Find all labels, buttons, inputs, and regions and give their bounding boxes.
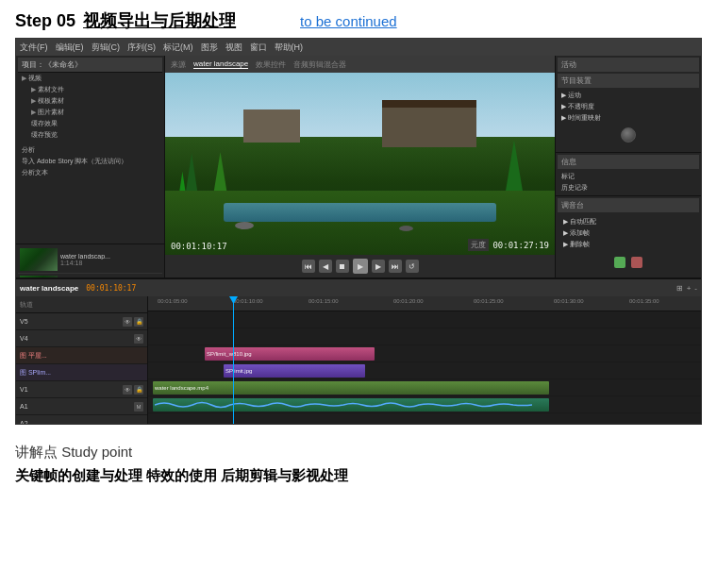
preview-tab-audio[interactable]: 音频剪辑混合器 bbox=[293, 59, 346, 70]
track-v3-content: SP/limit_w810.jpg bbox=[148, 345, 701, 362]
tree-item-cache-effect[interactable]: 缓存效果 bbox=[18, 118, 162, 129]
pr-menu-help[interactable]: 帮助(H) bbox=[275, 42, 304, 54]
ruler-mark-4: 00:01:20:00 bbox=[393, 298, 424, 304]
effect-item-2[interactable]: ▶ 不透明度 bbox=[558, 101, 699, 112]
pr-menubar: 文件(F) 编辑(E) 剪辑(C) 序列(S) 标记(M) 图形 视图 窗口 帮… bbox=[16, 39, 701, 56]
pr-menu-file[interactable]: 文件(F) bbox=[20, 42, 48, 54]
pr-preview-scene bbox=[165, 73, 555, 255]
track-row-v4: V4 👁 bbox=[16, 330, 147, 347]
pr-effects-section: 活动 节目装置 ▶ 运动 ▶ 不透明度 ▶ 时间重映射 bbox=[556, 56, 701, 153]
media-item-1[interactable]: water landscap... 1:14:18 bbox=[18, 246, 162, 274]
media-info-1: water landscap... 1:14:18 bbox=[60, 253, 160, 266]
track-a2-content bbox=[148, 413, 701, 424]
info-item-2: 历史记录 bbox=[558, 182, 699, 193]
play-stop-btn[interactable]: ⏹ bbox=[336, 260, 349, 273]
pr-timeline-area: water landscape 00:01:10:17 ⊞ + - 轨道 bbox=[16, 277, 701, 424]
track-eye-v1[interactable]: 👁 bbox=[123, 385, 132, 395]
tree-item-template[interactable]: ▶ 模板素材 bbox=[18, 95, 162, 107]
pr-playback-controls: ⏮ ◀ ⏹ ▶ ▶ ⏭ ↺ bbox=[165, 255, 555, 277]
track-name-a1: A1 bbox=[20, 403, 28, 410]
play-btn[interactable]: ▶ bbox=[353, 259, 368, 274]
preview-tab-main[interactable]: water landscape bbox=[193, 59, 248, 69]
track-eye-v4[interactable]: 👁 bbox=[134, 334, 143, 344]
triangle-icon: ▶ bbox=[22, 75, 26, 82]
effect-name-1: 运动 bbox=[568, 91, 581, 100]
tree-item-cache-preview[interactable]: 缓存预览 bbox=[18, 129, 162, 141]
pr-menu-window[interactable]: 窗口 bbox=[250, 42, 267, 54]
pr-menu-view[interactable]: 视图 bbox=[225, 42, 242, 54]
ruler-mark-5: 00:01:25:00 bbox=[474, 298, 504, 304]
pr-menu-graphic[interactable]: 图形 bbox=[201, 42, 218, 54]
timeline-tab[interactable]: water landscape bbox=[20, 284, 78, 293]
knob-control[interactable] bbox=[621, 127, 636, 143]
building-left bbox=[243, 109, 300, 143]
pr-left-panel: 项目：《未命名》 ▶ 视频 ▶ 素材文件 bbox=[16, 56, 165, 277]
step-fwd-btn[interactable]: ⏭ bbox=[389, 260, 402, 273]
effect-name-3: 时间重映射 bbox=[568, 113, 601, 123]
pr-track-labels: 轨道 V5 👁 🔒 V4 👁 bbox=[16, 296, 148, 424]
preview-tab-source[interactable]: 来源 bbox=[171, 59, 186, 70]
tree-item-video[interactable]: ▶ 视频 bbox=[18, 73, 162, 84]
tbc-link[interactable]: to be continued bbox=[300, 13, 397, 29]
export-item-1[interactable]: ▶ 自动匹配 bbox=[559, 216, 697, 227]
zoom-in-btn[interactable]: + bbox=[687, 284, 692, 293]
track-v2-content: SPlimit.jpg bbox=[148, 362, 701, 379]
pr-menu-edit[interactable]: 编辑(E) bbox=[56, 42, 84, 54]
pr-timeline-header: water landscape 00:01:10:17 ⊞ + - bbox=[16, 279, 701, 296]
loop-btn[interactable]: ↺ bbox=[406, 260, 419, 273]
track-name-v4: V4 bbox=[20, 335, 28, 342]
tree-label: 素材文件 bbox=[38, 85, 64, 94]
pr-effects-subheader: 节目装置 bbox=[558, 74, 699, 88]
tree-item-footage[interactable]: ▶ 素材文件 bbox=[18, 84, 162, 95]
media-duration-1: 1:14:18 bbox=[60, 260, 160, 266]
media-name-1: water landscap... bbox=[60, 253, 160, 260]
prev-frame-btn[interactable]: ◀ bbox=[319, 260, 332, 273]
clip-v2[interactable]: SPlimit.jpg bbox=[224, 364, 365, 378]
tree-item-split[interactable]: 分析文本 bbox=[18, 167, 162, 178]
pr-export-header: 调音台 bbox=[558, 198, 699, 212]
clip-a1[interactable] bbox=[153, 398, 549, 412]
track-row-v2: 图 SPlim... bbox=[16, 364, 147, 381]
building-bg bbox=[382, 100, 476, 147]
track-eye-v5[interactable]: 👁 bbox=[123, 317, 132, 327]
track-thumb-header: 轨道 bbox=[16, 296, 147, 313]
tree-item-misc1[interactable]: 分析 bbox=[18, 144, 162, 156]
preview-tab-effects[interactable]: 效果控件 bbox=[256, 59, 286, 70]
tree-r1 bbox=[505, 140, 524, 196]
step-label: Step 05 bbox=[15, 11, 75, 31]
fit-label: 元度 bbox=[468, 239, 489, 251]
clip-v3[interactable]: SP/limit_w810.jpg bbox=[205, 347, 375, 361]
effect-item-3[interactable]: ▶ 时间重映射 bbox=[558, 112, 699, 124]
effect-item-1[interactable]: ▶ 运动 bbox=[558, 90, 699, 101]
next-frame-btn[interactable]: ▶ bbox=[372, 260, 385, 273]
track-lock-v5[interactable]: 🔒 bbox=[134, 317, 143, 327]
track-v5-content bbox=[148, 311, 701, 328]
zoom-out-btn[interactable]: - bbox=[694, 284, 697, 293]
step-title: 视频导出与后期处理 bbox=[83, 9, 236, 32]
timeline-controls: ⊞ + - bbox=[676, 284, 697, 293]
export-icon-3: ▶ bbox=[563, 241, 568, 248]
tree-label: 图片素材 bbox=[38, 108, 64, 117]
export-item-2[interactable]: ▶ 添加帧 bbox=[559, 227, 697, 239]
pr-project-label: 项目：《未命名》 bbox=[22, 59, 82, 70]
track-name-a2: A2 bbox=[20, 420, 28, 424]
pr-preview-area: 00:01:10:17 元度 00:01:27:19 bbox=[165, 73, 555, 255]
track-mute-a1[interactable]: M bbox=[134, 402, 143, 412]
track-v4-content bbox=[148, 328, 701, 345]
pr-playhead[interactable] bbox=[233, 296, 234, 424]
track-row-a2: A2 bbox=[16, 415, 147, 424]
tree-item-image[interactable]: ▶ 图片素材 bbox=[18, 107, 162, 118]
track-lock-v1[interactable]: 🔒 bbox=[134, 385, 143, 395]
step-back-btn[interactable]: ⏮ bbox=[302, 260, 315, 273]
pr-menu-mark[interactable]: 标记(M) bbox=[163, 42, 193, 54]
water-pond bbox=[224, 203, 496, 222]
fit-timeline-btn[interactable]: ⊞ bbox=[676, 284, 683, 293]
rock-2 bbox=[399, 226, 413, 231]
export-icon-2: ▶ bbox=[563, 229, 568, 237]
pr-menu-seq[interactable]: 序列(S) bbox=[127, 42, 156, 54]
export-item-3[interactable]: ▶ 删除帧 bbox=[559, 239, 697, 250]
pr-menu-clip[interactable]: 剪辑(C) bbox=[92, 42, 121, 54]
screenshot-wrapper: 文件(F) 编辑(E) 剪辑(C) 序列(S) 标记(M) 图形 视图 窗口 帮… bbox=[15, 38, 702, 425]
tree-item-adobe[interactable]: 导入 Adobe Story 脚本（无法访问） bbox=[18, 156, 162, 167]
clip-v1[interactable]: water landscape.mp4 bbox=[153, 381, 549, 395]
